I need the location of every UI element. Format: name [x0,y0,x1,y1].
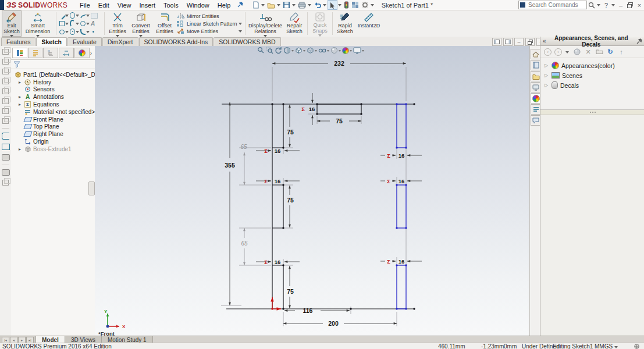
dim-200[interactable] [283,312,397,326]
menu-file[interactable]: File [76,2,94,9]
expander-icon[interactable]: ▸ [19,147,24,152]
expander-icon[interactable]: ▸ [19,102,24,107]
ellipse-tool-button[interactable] [80,20,91,28]
last-tab-icon[interactable]: ▸| [26,337,34,343]
open-dropdown-icon[interactable] [277,4,280,8]
tree-item-part1[interactable]: Part1 (Default<<Default>_Display State 1… [11,71,95,79]
view-cube-icon[interactable] [2,118,9,124]
search-magnifier-icon[interactable] [587,1,596,9]
zoom-area-icon[interactable] [265,47,274,54]
previous-view-icon[interactable] [274,47,283,54]
centerpoint-circle-button[interactable] [70,28,80,36]
view-cube-icon[interactable] [2,59,9,65]
menu-help[interactable]: Help [214,2,235,9]
view-cube-icon[interactable] [2,69,9,74]
graphics-viewport[interactable]: 232 355 65 65 Σ 16 Σ 16 Σ 16 Σ 16 75 75 … [95,46,529,336]
section-dropdown-icon[interactable] [291,50,294,53]
unit-system[interactable]: MMGS [595,343,613,349]
next-tab-icon[interactable]: ▸ [18,337,26,343]
expander-icon[interactable]: ▸ [19,80,24,85]
view-cube-icon[interactable] [2,98,9,104]
tree-item-right-plane[interactable]: Right Plane [11,130,95,138]
tree-item-boss-extrude1[interactable]: ▸ Boss-Extrude1 [11,145,95,153]
menu-insert[interactable]: Insert [135,2,159,9]
move-entities-dropdown-icon[interactable] [239,30,242,34]
tree-item-equations[interactable]: ▸ Σ Equations [11,101,95,108]
close-button[interactable]: × [635,1,644,9]
smart-dimension-button[interactable]: Smart Dimension [22,10,54,37]
mirror-entities-button[interactable]: Mirror Entities [176,12,243,20]
panel-splitter-handle[interactable] [88,181,95,195]
dynamic-mirror-button[interactable] [91,12,101,20]
save-dropdown-icon[interactable] [292,4,296,8]
search-commands-box[interactable] [518,1,587,9]
fillet-dropdown-icon[interactable] [86,31,90,35]
edit-appearance-icon[interactable] [330,47,339,54]
linear-pattern-dropdown-icon[interactable] [239,23,242,27]
view-settings-dropdown-icon[interactable] [362,50,364,53]
hide-show-items-icon[interactable] [318,47,327,54]
text-tool-button[interactable]: A [91,20,101,28]
pane-right-icon[interactable] [503,38,513,46]
restore-button[interactable] [625,1,635,9]
linear-sketch-pattern-button[interactable]: Linear Sketch Pattern [176,20,243,27]
task-pane-splitter[interactable] [540,109,644,115]
tree-filter-row[interactable] [11,60,95,69]
displaymanager-tab-icon[interactable] [74,48,90,58]
select-dropdown-icon[interactable] [338,4,341,8]
menu-window[interactable]: Window [183,2,214,9]
menu-edit[interactable]: Edit [94,2,113,9]
rebuild-icon[interactable] [343,1,350,9]
move-up-icon[interactable]: ↑ [617,48,625,56]
help-button[interactable]: ? [602,1,611,9]
search-input[interactable] [527,1,582,9]
globe-icon[interactable] [634,344,639,349]
units-dropdown-icon[interactable] [614,346,618,349]
forward-icon[interactable]: › [554,48,562,56]
dim-232[interactable] [272,63,406,101]
rectangle-tool-button[interactable] [59,20,70,28]
pane-left-icon[interactable] [492,38,501,46]
sketch-canvas[interactable]: 232 355 65 65 Σ 16 Σ 16 Σ 16 Σ 16 75 75 … [95,46,529,336]
slot-dropdown-icon[interactable] [65,31,69,35]
fillet-tool-button[interactable] [80,28,91,36]
tree-item-sensors[interactable]: Sensors [11,86,95,94]
tab-solidworks-add-ins[interactable]: SOLIDWORKS Add-Ins [139,37,214,46]
scene-dropdown-icon[interactable] [350,50,352,53]
ellipse-dropdown-icon[interactable] [86,23,90,27]
view-cube-icon[interactable] [2,108,9,114]
back-icon[interactable]: ‹ [544,48,552,56]
quick-snaps-button[interactable]: Quick Snaps [309,10,330,37]
propertymanager-tab-icon[interactable] [28,48,43,58]
tree-item-appearances-color[interactable]: ▷ Appearances(color) [540,60,644,70]
tab-evaluate[interactable]: Evaluate [67,37,102,46]
arc-dropdown-icon[interactable] [76,23,79,27]
tab-sketch[interactable]: Sketch [36,37,66,46]
tree-item-scenes[interactable]: ▷ Scenes [540,70,644,80]
new-file-icon[interactable] [251,1,261,9]
history-dropdown-icon[interactable] [565,51,569,55]
tab-solidworks-mbd[interactable]: SOLIDWORKS MBD [214,37,280,46]
minimize-button[interactable]: – [616,1,625,9]
spline-tool-button[interactable] [80,12,91,20]
rectangle-dropdown-icon[interactable] [65,23,69,27]
slot-tool-button[interactable] [59,28,70,36]
trim-entities-button[interactable]: Trim Entities [106,10,129,37]
prev-tab-icon[interactable]: ◂ [10,337,17,343]
new-dropdown-icon[interactable] [261,4,265,8]
tree-item-decals[interactable]: ▷ Decals [540,80,644,90]
rapid-sketch-button[interactable]: Rapid Sketch [335,10,355,37]
display-style-icon[interactable] [306,47,315,54]
print-icon[interactable] [297,1,307,9]
expander-icon[interactable]: ▷ [545,73,549,78]
exit-sketch-button[interactable]: Exit Sketch [2,10,22,37]
view-cube-icon[interactable] [2,88,9,94]
point-tool-button[interactable] [91,28,101,36]
first-tab-icon[interactable]: |◂ [2,337,9,343]
tree-item-history[interactable]: ▸ History [11,79,95,86]
sketch-origin[interactable] [271,297,281,310]
line-tool-button[interactable] [59,12,70,20]
orientation-dropdown-icon[interactable] [303,50,305,53]
configurationmanager-tab-icon[interactable] [43,48,58,58]
expander-icon[interactable]: ▸ [19,94,24,99]
